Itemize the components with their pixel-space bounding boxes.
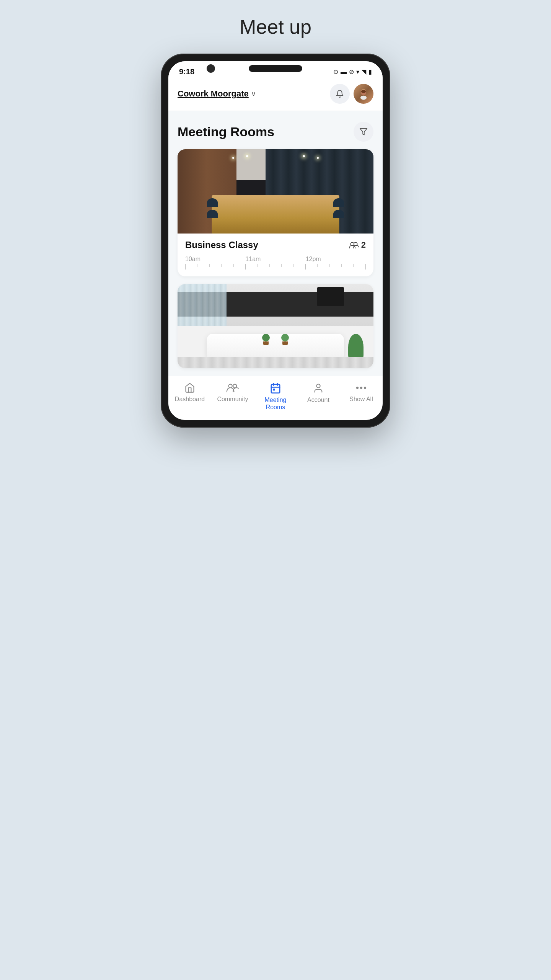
top-bar-actions	[330, 84, 373, 104]
time-ticks-1	[185, 264, 366, 270]
capacity-icon-1	[349, 241, 359, 249]
avatar-button[interactable]	[354, 84, 373, 104]
avatar-image	[357, 87, 370, 100]
phone-frame: 9:18 ⊙ ▬ ⊘ ▾ ◥ ▮ Cowork Moorgate ∨	[161, 54, 390, 428]
svg-point-16	[356, 387, 359, 389]
home-icon	[184, 382, 196, 393]
phone-camera	[207, 64, 215, 73]
section-header: Meeting Rooms	[178, 122, 373, 142]
room-name-row-1: Business Classy 2	[185, 240, 366, 250]
bell-icon	[336, 90, 344, 98]
wifi-icon: ▾	[356, 68, 359, 75]
status-time: 9:18	[179, 67, 194, 76]
top-bar: Cowork Moorgate ∨	[168, 79, 383, 111]
room-capacity-1: 2	[349, 240, 366, 250]
room-card[interactable]: Business Classy 2	[178, 149, 373, 276]
capacity-count-1: 2	[361, 240, 366, 250]
svg-rect-14	[273, 389, 275, 390]
nav-item-community[interactable]: Community	[211, 382, 254, 411]
nav-label-dashboard: Dashboard	[175, 395, 205, 403]
nav-item-account[interactable]: Account	[297, 382, 340, 411]
bottom-nav: Dashboard Community	[168, 376, 383, 420]
account-icon	[313, 382, 324, 394]
section-title: Meeting Rooms	[178, 124, 274, 139]
app-icon-1: ⊙	[333, 68, 338, 75]
notification-button[interactable]	[330, 84, 350, 104]
status-bar: 9:18 ⊙ ▬ ⊘ ▾ ◥ ▮	[168, 61, 383, 79]
time-1am: 10am	[185, 256, 201, 263]
nav-label-meeting-rooms: MeetingRooms	[265, 396, 287, 411]
svg-point-8	[229, 384, 232, 388]
dots-icon	[355, 382, 367, 393]
svg-point-9	[233, 384, 236, 388]
room-image-1	[178, 149, 373, 234]
time-1noon: 12pm	[306, 256, 321, 263]
chevron-down-icon: ∨	[251, 90, 256, 98]
phone-screen: 9:18 ⊙ ▬ ⊘ ▾ ◥ ▮ Cowork Moorgate ∨	[168, 61, 383, 420]
time-slots-1: 10am 11am 12pm	[185, 254, 366, 270]
svg-point-2	[360, 96, 367, 100]
nav-item-dashboard[interactable]: Dashboard	[168, 382, 211, 411]
room-name-1: Business Classy	[185, 240, 258, 250]
svg-rect-10	[271, 384, 280, 393]
avatar	[354, 84, 373, 104]
sync-icon: ⊘	[349, 68, 354, 75]
svg-point-15	[316, 384, 320, 388]
time-1pm: 11am	[245, 256, 261, 263]
status-icons: ⊙ ▬ ⊘ ▾ ◥ ▮	[333, 68, 372, 75]
signal-icon: ◥	[362, 68, 366, 75]
svg-point-17	[360, 387, 362, 389]
sd-card-icon: ▬	[341, 69, 347, 75]
svg-point-18	[364, 387, 366, 389]
app-title: Meet up	[240, 15, 311, 38]
location-selector[interactable]: Cowork Moorgate ∨	[178, 89, 256, 99]
svg-point-4	[361, 90, 366, 93]
filter-button[interactable]	[354, 122, 373, 142]
svg-marker-5	[360, 129, 367, 135]
room-info-1: Business Classy 2	[178, 234, 373, 276]
nav-label-show-all: Show All	[349, 395, 373, 403]
nav-label-community: Community	[217, 395, 248, 403]
main-content: Meeting Rooms	[168, 111, 383, 368]
community-icon	[226, 382, 239, 393]
nav-item-show-all[interactable]: Show All	[340, 382, 383, 411]
time-labels-1: 10am 11am 12pm	[185, 256, 366, 263]
room-card-2[interactable]	[178, 284, 373, 368]
nav-label-account: Account	[307, 396, 329, 403]
filter-icon	[359, 127, 368, 136]
battery-icon: ▮	[368, 68, 372, 75]
calendar-icon	[270, 382, 281, 394]
room-image-2	[178, 284, 373, 368]
nav-item-meeting-rooms[interactable]: MeetingRooms	[254, 382, 297, 411]
location-name[interactable]: Cowork Moorgate	[178, 89, 249, 99]
